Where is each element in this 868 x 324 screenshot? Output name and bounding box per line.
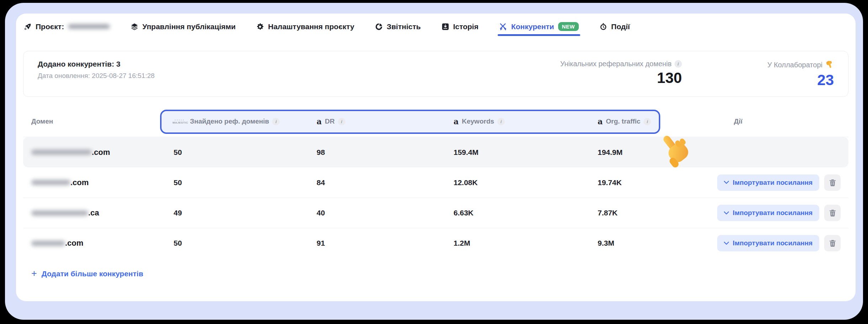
masked-domain — [31, 180, 70, 185]
pointing-down-hand-icon — [825, 60, 834, 70]
history-icon — [441, 23, 449, 31]
import-links-button[interactable]: Імпортувати посилання — [717, 174, 819, 191]
org-traffic-cell: 194.9M — [598, 148, 623, 157]
delete-button[interactable] — [824, 235, 841, 251]
gear-icon — [256, 23, 264, 31]
domain-cell: .com — [31, 178, 89, 187]
tab-label: Звітність — [387, 22, 421, 31]
col-header-actions: Дії — [695, 117, 781, 125]
domain-cell: .ca — [31, 208, 99, 218]
domain-cell: .com — [31, 239, 83, 248]
found-ref-domains-cell: 50 — [174, 148, 182, 157]
project-label: Проєкт: — [36, 22, 64, 31]
collaborator-value: 23 — [767, 72, 834, 89]
tab-project[interactable]: Проєкт: — [24, 22, 110, 36]
domain-cell: .com — [31, 148, 110, 157]
table-header-row: Домен ····· MAJESTIC Знайдено реф. домен… — [23, 109, 848, 137]
tab-reports[interactable]: Звітність — [375, 22, 421, 36]
dr-cell: 84 — [317, 178, 325, 187]
majestic-logo-icon: ····· MAJESTIC — [173, 119, 187, 124]
domain-tld: .com — [92, 148, 110, 157]
new-badge: NEW — [558, 22, 579, 31]
org-traffic-cell: 19.74K — [598, 178, 622, 187]
ref-domains-value: 130 — [560, 69, 682, 87]
info-icon[interactable]: i — [497, 118, 505, 125]
col-header-dr[interactable]: a DR i — [317, 117, 345, 125]
import-links-button[interactable]: Імпортувати посилання — [717, 235, 819, 251]
layers-icon — [131, 23, 138, 31]
summary-left: Додано конкурентів: 3 Дата оновлення: 20… — [38, 60, 560, 80]
info-icon[interactable]: i — [338, 118, 345, 125]
ahrefs-logo-icon: a — [317, 117, 322, 125]
tab-label: Управління публікаціями — [142, 22, 235, 31]
info-icon[interactable]: i — [272, 118, 280, 125]
delete-button[interactable] — [824, 205, 841, 221]
col-header-keywords[interactable]: a Keywords i — [454, 117, 505, 125]
collaborator-label: У Коллабораторі — [767, 61, 822, 69]
tab-events[interactable]: Події — [599, 22, 630, 36]
keywords-cell: 1.2M — [454, 239, 470, 247]
ahrefs-logo-icon: a — [598, 117, 603, 125]
chevron-down-icon — [724, 242, 729, 245]
tab-label: Налаштування проєкту — [268, 22, 354, 31]
col-header-org-traffic[interactable]: a Org. traffic i — [598, 117, 651, 125]
project-domain-masked — [68, 24, 110, 29]
masked-domain — [31, 150, 92, 155]
import-links-button[interactable]: Імпортувати посилання — [717, 205, 819, 221]
table-row[interactable]: .com 50 84 12.08K 19.74K Імпортувати пос… — [23, 167, 848, 198]
ref-domains-label-row: Унікальних реферальних доменів i — [560, 60, 682, 68]
table-row[interactable]: .com 50 98 159.4M 194.9M — [23, 137, 848, 167]
added-competitors-value: 3 — [116, 60, 121, 68]
competitors-table: Домен ····· MAJESTIC Знайдено реф. домен… — [23, 109, 848, 278]
tab-competitors[interactable]: Конкуренти NEW — [499, 22, 579, 36]
domain-tld: .ca — [88, 208, 99, 218]
found-ref-domains-cell: 50 — [174, 178, 182, 187]
tab-label: Події — [611, 22, 630, 31]
trash-icon — [829, 179, 836, 186]
found-ref-domains-cell: 50 — [174, 239, 182, 247]
added-competitors: Додано конкурентів: 3 — [38, 60, 560, 68]
trash-icon — [829, 240, 836, 247]
table-row[interactable]: .ca 49 40 6.63K 7.87K Імпортувати посила… — [23, 198, 848, 228]
tab-label: Історія — [453, 22, 478, 31]
add-more-competitors-link[interactable]: + Додати більше конкурентів — [31, 269, 143, 278]
found-ref-domains-cell: 49 — [174, 209, 182, 217]
keywords-cell: 159.4M — [454, 148, 478, 157]
add-more-label: Додати більше конкурентів — [42, 270, 143, 278]
chevron-down-icon — [724, 211, 729, 215]
competitors-icon — [499, 22, 507, 31]
actions-cell: Імпортувати посилання — [717, 174, 841, 191]
chevron-down-icon — [724, 181, 729, 184]
update-date: Дата оновлення: 2025-08-27 16:51:28 — [38, 72, 560, 80]
dr-cell: 40 — [317, 209, 325, 217]
domain-tld: .com — [65, 239, 83, 248]
top-nav: Проєкт: Управління публікаціями Налаштув… — [16, 14, 856, 36]
ref-domains-label: Унікальних реферальних доменів — [560, 60, 672, 68]
actions-cell: Імпортувати посилання — [717, 235, 841, 251]
masked-domain — [31, 241, 65, 246]
added-competitors-label: Додано конкурентів: — [38, 60, 114, 68]
collaborator-label-row: У Коллабораторі — [767, 60, 834, 70]
domain-tld: .com — [70, 178, 89, 187]
col-header-domain: Домен — [31, 117, 53, 125]
col-header-found-ref-domains[interactable]: ····· MAJESTIC Знайдено реф. доменів i — [173, 117, 280, 125]
summary-card: Додано конкурентів: 3 Дата оновлення: 20… — [23, 51, 848, 97]
tab-history[interactable]: Історія — [441, 22, 478, 36]
page-frame: Проєкт: Управління публікаціями Налаштув… — [5, 3, 863, 320]
keywords-cell: 12.08K — [454, 178, 478, 187]
info-icon[interactable]: i — [644, 118, 651, 125]
plus-icon: + — [31, 269, 37, 278]
tab-settings[interactable]: Налаштування проєкту — [256, 22, 354, 36]
keywords-cell: 6.63K — [454, 209, 473, 217]
delete-button[interactable] — [824, 174, 841, 191]
info-icon[interactable]: i — [674, 60, 682, 68]
tab-publications[interactable]: Управління публікаціями — [131, 22, 235, 36]
ref-domains-stat: Унікальних реферальних доменів i 130 — [560, 60, 682, 87]
table-row[interactable]: .com 50 91 1.2M 9.3M Імпортувати посилан… — [23, 228, 848, 258]
trash-icon — [829, 209, 836, 216]
dr-cell: 98 — [317, 148, 325, 157]
masked-domain — [31, 210, 88, 216]
tab-label: Конкуренти — [511, 22, 554, 31]
main-card: Проєкт: Управління публікаціями Налаштув… — [16, 14, 856, 301]
rocket-icon — [24, 23, 32, 31]
